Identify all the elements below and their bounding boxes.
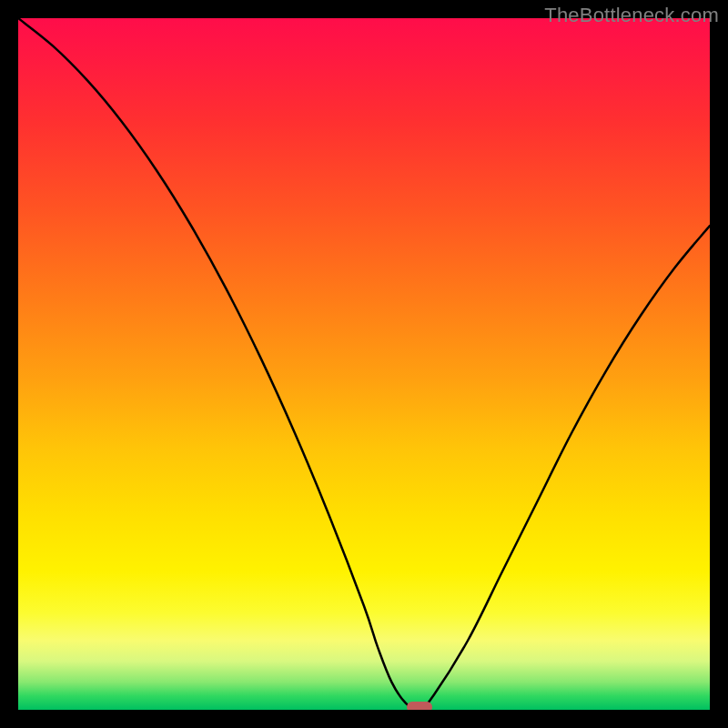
min-marker xyxy=(407,702,432,710)
chart-frame: TheBottleneck.com xyxy=(0,0,728,728)
watermark-text: TheBottleneck.com xyxy=(544,4,719,27)
plot-area xyxy=(18,18,710,710)
bottleneck-curve xyxy=(18,18,710,710)
curve-path xyxy=(18,18,710,710)
